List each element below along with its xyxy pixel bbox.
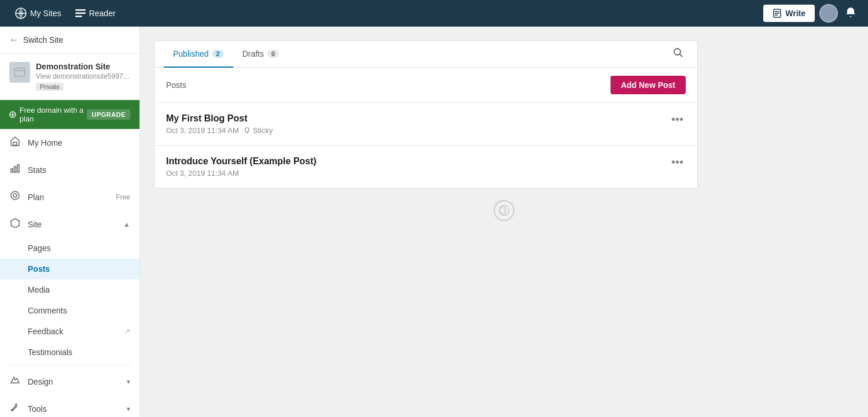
stats-icon [9,163,21,176]
free-domain-left: Free domain with a plan [9,106,87,123]
write-icon [773,9,782,18]
reader-icon [75,9,86,17]
plan-label: Plan [28,193,109,202]
drafts-tab-count: 0 [267,50,279,58]
sidebar-item-pages[interactable]: Pages [0,238,139,259]
home-icon [9,136,21,149]
published-tab-count: 2 [212,50,224,58]
reader-label: Reader [89,9,116,18]
sidebar-item-my-home[interactable]: My Home [0,129,139,156]
site-name: Demonstration Site [36,62,130,71]
top-nav: My Sites Reader Write [0,0,868,27]
write-button[interactable]: Write [763,5,815,22]
post-1-meta: Oct 3, 2019 11:34 AM Sticky [166,126,273,135]
search-icon [673,47,683,58]
bell-icon [845,6,856,18]
tools-chevron-icon: ▾ [127,405,130,413]
wp-footer [154,189,854,233]
private-badge: Private [36,83,64,91]
svg-rect-15 [14,167,16,172]
svg-point-17 [11,191,19,200]
top-nav-left: My Sites Reader [9,4,759,23]
add-new-post-button[interactable]: Add New Post [610,76,686,94]
site-url: View demonstrationsite599765121... [36,72,130,80]
design-chevron-icon: ▾ [127,378,130,386]
sidebar-item-design[interactable]: Design ▾ [0,368,139,395]
sidebar-item-tools[interactable]: Tools ▾ [0,395,139,417]
write-label: Write [785,9,806,18]
table-row: Introduce Yourself (Example Post) Oct 3,… [155,146,697,188]
main-content: Published 2 Drafts 0 Posts Add New Post [140,27,868,417]
sidebar-item-posts[interactable]: Posts [0,259,139,279]
posts-panel: Published 2 Drafts 0 Posts Add New Post [154,40,698,189]
sidebar: ← Switch Site Demonstration Site View de… [0,27,140,417]
svg-point-20 [12,409,13,411]
my-home-label: My Home [28,138,130,147]
svg-rect-14 [11,169,13,172]
wp-logo [494,200,514,221]
svg-rect-3 [75,13,86,14]
tab-drafts[interactable]: Drafts 0 [233,41,288,68]
notifications-button[interactable] [843,4,859,23]
site-details: Demonstration Site View demonstrationsit… [36,62,130,91]
site-chevron-icon: ▲ [123,220,130,228]
design-icon [9,375,21,388]
plan-badge: Free [116,193,130,201]
posts-search-button[interactable] [668,45,688,63]
free-domain-banner: Free domain with a plan UPGRADE [0,100,139,129]
svg-rect-16 [17,165,19,172]
svg-line-23 [680,54,683,57]
free-domain-text: Free domain with a plan [20,106,87,123]
sticky-label: Sticky [253,126,273,135]
svg-rect-2 [75,9,86,11]
sticky-icon [244,127,251,134]
tab-published[interactable]: Published 2 [164,41,233,68]
site-nav-icon [9,217,21,231]
sidebar-item-site[interactable]: Site ▲ [0,211,139,238]
comments-label: Comments [28,306,67,315]
site-icon [9,62,30,83]
my-sites-button[interactable]: My Sites [9,4,67,23]
switch-site-button[interactable]: ← Switch Site [0,27,139,54]
post-2-content: Introduce Yourself (Example Post) Oct 3,… [166,156,317,178]
upgrade-button[interactable]: UPGRADE [87,109,130,120]
post-2-meta: Oct 3, 2019 11:34 AM [166,169,317,178]
svg-rect-4 [75,16,82,17]
media-label: Media [28,285,50,294]
sidebar-item-comments[interactable]: Comments [0,300,139,321]
svg-point-18 [13,194,17,197]
posts-section-title: Posts [166,80,186,90]
sidebar-item-stats[interactable]: Stats [0,156,139,183]
switch-site-label: Switch Site [23,35,63,45]
sidebar-item-media[interactable]: Media [0,279,139,300]
avatar[interactable] [819,4,838,23]
svg-rect-9 [14,68,25,76]
my-sites-label: My Sites [30,9,61,18]
tools-icon [9,402,21,415]
sidebar-item-testimonials[interactable]: Testimonials [0,342,139,363]
tabs-bar: Published 2 Drafts 0 [155,41,697,68]
table-row: My First Blog Post Oct 3, 2019 11:34 AM … [155,103,697,146]
post-1-sticky: Sticky [244,126,273,135]
post-1-date: Oct 3, 2019 11:34 AM [166,126,239,135]
drafts-tab-label: Drafts [242,49,264,58]
site-info: Demonstration Site View demonstrationsit… [0,54,139,100]
domain-icon [9,110,16,119]
post-2-title[interactable]: Introduce Yourself (Example Post) [166,156,317,167]
stats-label: Stats [28,165,130,175]
reader-button[interactable]: Reader [69,5,122,21]
sidebar-item-feedback[interactable]: Feedback ↗ [0,321,139,342]
testimonials-label: Testimonials [28,348,72,357]
post-2-more-button[interactable]: ••• [669,156,686,168]
feedback-label: Feedback [28,327,63,336]
published-tab-label: Published [173,49,209,58]
top-nav-right: Write [763,4,859,23]
sidebar-item-plan[interactable]: Plan Free [0,183,139,211]
back-arrow-icon: ← [9,35,19,45]
post-1-more-button[interactable]: ••• [669,113,686,125]
my-sites-icon [15,8,27,19]
posts-label: Posts [28,264,50,274]
post-1-title[interactable]: My First Blog Post [166,113,273,124]
svg-point-22 [674,49,681,55]
svg-rect-24 [245,128,249,132]
